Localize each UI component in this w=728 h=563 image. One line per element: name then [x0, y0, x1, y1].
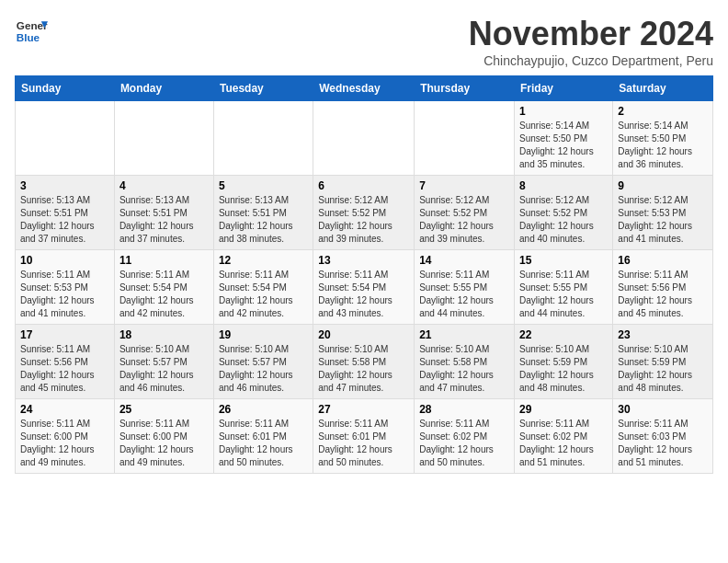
- calendar-cell: 9Sunrise: 5:12 AM Sunset: 5:53 PM Daylig…: [613, 176, 713, 250]
- day-info: Sunrise: 5:11 AM Sunset: 6:01 PM Dayligh…: [318, 418, 409, 469]
- day-info: Sunrise: 5:11 AM Sunset: 5:54 PM Dayligh…: [119, 269, 209, 320]
- day-number: 5: [219, 179, 308, 192]
- column-header-monday: Monday: [114, 76, 213, 101]
- day-info: Sunrise: 5:11 AM Sunset: 6:02 PM Dayligh…: [419, 418, 509, 469]
- calendar-cell: 30Sunrise: 5:11 AM Sunset: 6:03 PM Dayli…: [613, 399, 713, 474]
- day-number: 11: [119, 254, 209, 267]
- column-header-friday: Friday: [515, 76, 613, 101]
- calendar-cell: 21Sunrise: 5:10 AM Sunset: 5:58 PM Dayli…: [415, 325, 515, 399]
- day-info: Sunrise: 5:12 AM Sunset: 5:52 PM Dayligh…: [519, 194, 608, 246]
- day-info: Sunrise: 5:12 AM Sunset: 5:53 PM Dayligh…: [618, 194, 708, 246]
- day-info: Sunrise: 5:11 AM Sunset: 5:56 PM Dayligh…: [20, 343, 109, 395]
- calendar-cell: [313, 101, 415, 176]
- column-header-tuesday: Tuesday: [213, 76, 313, 101]
- day-info: Sunrise: 5:11 AM Sunset: 5:56 PM Dayligh…: [618, 269, 708, 320]
- day-number: 9: [618, 179, 708, 192]
- calendar-cell: 12Sunrise: 5:11 AM Sunset: 5:54 PM Dayli…: [213, 250, 313, 325]
- day-info: Sunrise: 5:11 AM Sunset: 6:02 PM Dayligh…: [519, 418, 608, 469]
- calendar-cell: 8Sunrise: 5:12 AM Sunset: 5:52 PM Daylig…: [515, 176, 613, 250]
- calendar-cell: 5Sunrise: 5:13 AM Sunset: 5:51 PM Daylig…: [213, 176, 313, 250]
- day-info: Sunrise: 5:12 AM Sunset: 5:52 PM Dayligh…: [318, 194, 409, 246]
- day-number: 26: [219, 403, 308, 416]
- day-number: 10: [20, 254, 109, 267]
- calendar-cell: 23Sunrise: 5:10 AM Sunset: 5:59 PM Dayli…: [613, 325, 713, 399]
- day-info: Sunrise: 5:13 AM Sunset: 5:51 PM Dayligh…: [219, 194, 308, 246]
- calendar-cell: 18Sunrise: 5:10 AM Sunset: 5:57 PM Dayli…: [114, 325, 213, 399]
- calendar-cell: 28Sunrise: 5:11 AM Sunset: 6:02 PM Dayli…: [415, 399, 515, 474]
- calendar-cell: 15Sunrise: 5:11 AM Sunset: 5:55 PM Dayli…: [515, 250, 613, 325]
- calendar-week-row: 1Sunrise: 5:14 AM Sunset: 5:50 PM Daylig…: [16, 101, 713, 176]
- day-number: 13: [318, 254, 409, 267]
- day-info: Sunrise: 5:11 AM Sunset: 6:03 PM Dayligh…: [618, 418, 708, 469]
- day-info: Sunrise: 5:10 AM Sunset: 5:58 PM Dayligh…: [419, 343, 509, 395]
- calendar-cell: 11Sunrise: 5:11 AM Sunset: 5:54 PM Dayli…: [114, 250, 213, 325]
- calendar-cell: 24Sunrise: 5:11 AM Sunset: 6:00 PM Dayli…: [16, 399, 115, 474]
- calendar-cell: [213, 101, 313, 176]
- calendar-cell: 6Sunrise: 5:12 AM Sunset: 5:52 PM Daylig…: [313, 176, 415, 250]
- calendar-cell: 14Sunrise: 5:11 AM Sunset: 5:55 PM Dayli…: [415, 250, 515, 325]
- calendar-cell: 19Sunrise: 5:10 AM Sunset: 5:57 PM Dayli…: [213, 325, 313, 399]
- calendar-cell: 26Sunrise: 5:11 AM Sunset: 6:01 PM Dayli…: [213, 399, 313, 474]
- day-number: 4: [119, 179, 209, 192]
- day-info: Sunrise: 5:14 AM Sunset: 5:50 PM Dayligh…: [618, 120, 708, 171]
- calendar-cell: 2Sunrise: 5:14 AM Sunset: 5:50 PM Daylig…: [613, 101, 713, 176]
- day-number: 29: [519, 403, 608, 416]
- logo-icon: General Blue: [15, 15, 48, 48]
- day-number: 18: [119, 328, 209, 341]
- calendar-cell: 20Sunrise: 5:10 AM Sunset: 5:58 PM Dayli…: [313, 325, 415, 399]
- calendar-cell: 13Sunrise: 5:11 AM Sunset: 5:54 PM Dayli…: [313, 250, 415, 325]
- calendar-week-row: 17Sunrise: 5:11 AM Sunset: 5:56 PM Dayli…: [16, 325, 713, 399]
- title-area: November 2024 Chinchaypujio, Cuzco Depar…: [469, 15, 713, 68]
- day-info: Sunrise: 5:13 AM Sunset: 5:51 PM Dayligh…: [20, 194, 109, 246]
- day-number: 7: [419, 179, 509, 192]
- column-header-wednesday: Wednesday: [313, 76, 415, 101]
- day-number: 14: [419, 254, 509, 267]
- day-number: 28: [419, 403, 509, 416]
- day-number: 15: [519, 254, 608, 267]
- calendar-cell: 4Sunrise: 5:13 AM Sunset: 5:51 PM Daylig…: [114, 176, 213, 250]
- calendar-cell: 22Sunrise: 5:10 AM Sunset: 5:59 PM Dayli…: [515, 325, 613, 399]
- column-header-saturday: Saturday: [613, 76, 713, 101]
- calendar-cell: 16Sunrise: 5:11 AM Sunset: 5:56 PM Dayli…: [613, 250, 713, 325]
- svg-text:General: General: [17, 19, 48, 31]
- day-number: 30: [618, 403, 708, 416]
- day-info: Sunrise: 5:10 AM Sunset: 5:59 PM Dayligh…: [618, 343, 708, 395]
- day-number: 2: [618, 105, 708, 118]
- day-info: Sunrise: 5:11 AM Sunset: 5:55 PM Dayligh…: [419, 269, 509, 320]
- calendar-week-row: 3Sunrise: 5:13 AM Sunset: 5:51 PM Daylig…: [16, 176, 713, 250]
- calendar-cell: [114, 101, 213, 176]
- calendar-cell: 27Sunrise: 5:11 AM Sunset: 6:01 PM Dayli…: [313, 399, 415, 474]
- calendar-cell: [16, 101, 115, 176]
- day-number: 8: [519, 179, 608, 192]
- day-number: 25: [119, 403, 209, 416]
- column-header-thursday: Thursday: [415, 76, 515, 101]
- day-number: 12: [219, 254, 308, 267]
- calendar-week-row: 10Sunrise: 5:11 AM Sunset: 5:53 PM Dayli…: [16, 250, 713, 325]
- day-info: Sunrise: 5:14 AM Sunset: 5:50 PM Dayligh…: [519, 120, 608, 171]
- day-number: 27: [318, 403, 409, 416]
- day-info: Sunrise: 5:12 AM Sunset: 5:52 PM Dayligh…: [419, 194, 509, 246]
- day-info: Sunrise: 5:13 AM Sunset: 5:51 PM Dayligh…: [119, 194, 209, 246]
- day-number: 1: [519, 105, 608, 118]
- location-title: Chinchaypujio, Cuzco Department, Peru: [469, 53, 713, 68]
- day-info: Sunrise: 5:10 AM Sunset: 5:57 PM Dayligh…: [119, 343, 209, 395]
- day-number: 3: [20, 179, 109, 192]
- day-info: Sunrise: 5:10 AM Sunset: 5:57 PM Dayligh…: [219, 343, 308, 395]
- day-info: Sunrise: 5:11 AM Sunset: 5:55 PM Dayligh…: [519, 269, 608, 320]
- calendar-cell: 25Sunrise: 5:11 AM Sunset: 6:00 PM Dayli…: [114, 399, 213, 474]
- logo: General Blue: [15, 15, 48, 48]
- calendar-cell: 17Sunrise: 5:11 AM Sunset: 5:56 PM Dayli…: [16, 325, 115, 399]
- day-number: 24: [20, 403, 109, 416]
- calendar-cell: [415, 101, 515, 176]
- day-number: 19: [219, 328, 308, 341]
- day-number: 21: [419, 328, 509, 341]
- calendar-cell: 29Sunrise: 5:11 AM Sunset: 6:02 PM Dayli…: [515, 399, 613, 474]
- calendar-cell: 10Sunrise: 5:11 AM Sunset: 5:53 PM Dayli…: [16, 250, 115, 325]
- day-info: Sunrise: 5:11 AM Sunset: 6:00 PM Dayligh…: [20, 418, 109, 469]
- calendar-cell: 1Sunrise: 5:14 AM Sunset: 5:50 PM Daylig…: [515, 101, 613, 176]
- svg-text:Blue: Blue: [17, 31, 40, 43]
- day-number: 6: [318, 179, 409, 192]
- day-number: 17: [20, 328, 109, 341]
- day-info: Sunrise: 5:10 AM Sunset: 5:58 PM Dayligh…: [318, 343, 409, 395]
- calendar-cell: 3Sunrise: 5:13 AM Sunset: 5:51 PM Daylig…: [16, 176, 115, 250]
